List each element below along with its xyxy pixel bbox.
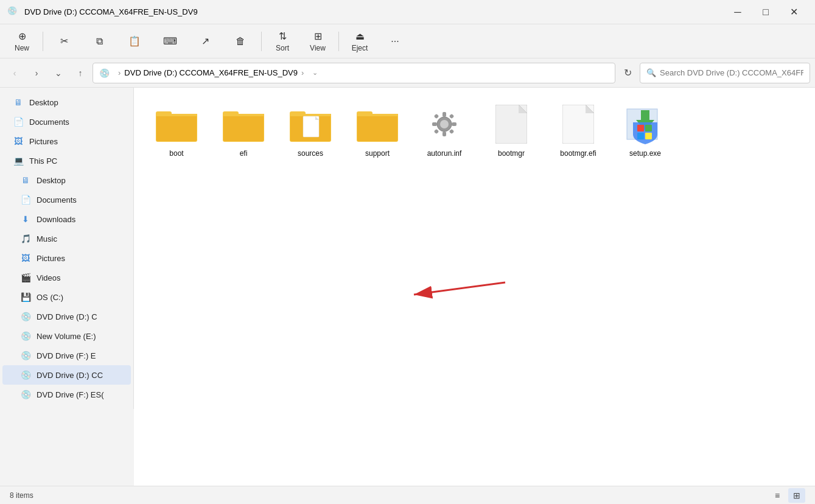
- eject-button[interactable]: ⏏ Eject: [343, 27, 377, 56]
- view-toggles: ≡ ⊞: [769, 488, 805, 503]
- sidebar-item-label: This PC: [29, 156, 57, 166]
- search-input[interactable]: [660, 68, 803, 77]
- sidebar-item-label: DVD Drive (D:) CC: [37, 371, 103, 380]
- copy-button[interactable]: ⧉: [82, 27, 116, 56]
- sidebar-item-os-c[interactable]: 💾 OS (C:): [2, 287, 131, 307]
- breadcrumb-drive-icon: 💿: [99, 68, 110, 78]
- file-item-boot[interactable]: boot: [146, 97, 207, 163]
- toolbar-separator-3: [338, 32, 339, 51]
- breadcrumb-path: DVD Drive (D:) CCCOMA_X64FRE_EN-US_DV9: [124, 68, 298, 77]
- efi-folder-icon: [222, 103, 265, 145]
- setup-label: setup.exe: [629, 149, 661, 158]
- svg-rect-22: [432, 122, 437, 126]
- desktop-icon: 🖥: [19, 174, 32, 186]
- up-button[interactable]: ↑: [71, 63, 90, 83]
- titlebar-controls: ─ □ ✕: [724, 0, 808, 24]
- sort-button[interactable]: ⇅ Sort: [265, 27, 299, 56]
- maximize-button[interactable]: □: [752, 0, 780, 24]
- svg-point-19: [440, 120, 449, 128]
- efi-label: efi: [240, 149, 248, 158]
- dvd-d-active-icon: 💿: [19, 369, 32, 381]
- setup-icon: [624, 103, 666, 145]
- dvd-f2-icon: 💿: [19, 388, 32, 401]
- list-view-button[interactable]: ≡: [769, 488, 786, 503]
- sidebar-item-dvd-d-active[interactable]: 💿 DVD Drive (D:) CC: [2, 365, 131, 385]
- svg-rect-20: [442, 112, 446, 117]
- svg-rect-38: [637, 133, 644, 139]
- documents-icon: 📄: [19, 194, 32, 206]
- file-item-bootmgr[interactable]: bootmgr: [481, 97, 542, 163]
- file-item-bootmgr-efi[interactable]: bootmgr.efi: [548, 97, 609, 163]
- search-bar[interactable]: 🔍: [640, 63, 810, 83]
- back-button[interactable]: ‹: [5, 63, 24, 83]
- more-button[interactable]: ···: [378, 27, 412, 56]
- cut-button[interactable]: ✂: [47, 27, 81, 56]
- svg-rect-24: [434, 114, 439, 119]
- sidebar-item-pictures[interactable]: 🖼 Pictures: [2, 248, 131, 268]
- boot-label: boot: [169, 149, 183, 158]
- sidebar-item-music[interactable]: 🎵 Music: [2, 229, 131, 248]
- view-label: View: [310, 44, 326, 52]
- svg-rect-21: [442, 131, 446, 136]
- sidebar-item-dvd-f[interactable]: 💿 DVD Drive (F:) E: [2, 346, 131, 365]
- svg-rect-26: [449, 114, 454, 119]
- forward-button[interactable]: ›: [27, 63, 46, 83]
- sidebar-item-new-volume[interactable]: 💿 New Volume (E:): [2, 326, 131, 346]
- support-label: support: [365, 149, 390, 158]
- sidebar-item-pictures-top[interactable]: 🖼 Pictures: [2, 131, 131, 151]
- sidebar-item-desktop[interactable]: 🖥 Desktop: [2, 170, 131, 190]
- rename-button[interactable]: ⌨: [153, 27, 187, 56]
- sidebar-item-downloads[interactable]: ⬇ Downloads: [2, 209, 131, 229]
- svg-rect-17: [357, 114, 398, 116]
- grid-view-button[interactable]: ⊞: [788, 488, 805, 503]
- file-item-setup[interactable]: setup.exe: [615, 97, 676, 163]
- sidebar-item-desktop-top[interactable]: 🖥 Desktop: [2, 93, 131, 112]
- paste-button[interactable]: 📋: [117, 27, 152, 56]
- search-icon: 🔍: [646, 68, 656, 77]
- items-count: 8 items: [10, 491, 33, 500]
- sidebar-item-documents[interactable]: 📄 Documents: [2, 190, 131, 209]
- music-icon: 🎵: [19, 233, 32, 245]
- breadcrumb-bar[interactable]: 💿 › DVD Drive (D:) CCCOMA_X64FRE_EN-US_D…: [93, 63, 615, 83]
- sidebar-item-videos[interactable]: 🎬 Videos: [2, 268, 131, 287]
- autorun-label: autorun.inf: [427, 149, 462, 158]
- annotation-arrow: [377, 264, 511, 313]
- dvd-d-icon: 💿: [19, 310, 32, 323]
- sources-folder-icon: [289, 103, 332, 145]
- sidebar-item-label: Music: [37, 234, 57, 243]
- svg-rect-3: [156, 114, 197, 116]
- minimize-button[interactable]: ─: [724, 0, 752, 24]
- boot-folder-icon: [155, 103, 198, 145]
- rename-icon: ⌨: [163, 35, 177, 47]
- delete-button[interactable]: 🗑: [223, 27, 257, 56]
- content-wrapper: boot efi: [134, 88, 815, 486]
- sidebar-item-label: OS (C:): [37, 293, 63, 302]
- svg-rect-7: [223, 114, 264, 116]
- file-item-efi[interactable]: efi: [213, 97, 274, 163]
- view-icon: ⊞: [314, 30, 322, 42]
- sidebar-item-dvd-f2[interactable]: 💿 DVD Drive (F:) ES(: [2, 385, 131, 404]
- sidebar-item-label: DVD Drive (D:) C: [37, 312, 97, 321]
- file-item-support[interactable]: support: [347, 97, 408, 163]
- sidebar-item-label: Documents: [37, 195, 77, 205]
- refresh-button[interactable]: ↻: [618, 63, 637, 83]
- new-button[interactable]: ⊕ New: [5, 27, 39, 56]
- dvd-f-icon: 💿: [19, 349, 32, 362]
- sidebar-item-this-pc[interactable]: 💻 This PC: [2, 151, 131, 170]
- addressbar: ‹ › ⌄ ↑ 💿 › DVD Drive (D:) CCCOMA_X64FRE…: [0, 58, 815, 88]
- downloads-icon: ⬇: [19, 213, 32, 225]
- sidebar-item-dvd-d[interactable]: 💿 DVD Drive (D:) C: [2, 307, 131, 326]
- breadcrumb-chevron: ⌄: [312, 69, 318, 77]
- file-item-sources[interactable]: sources: [280, 97, 341, 163]
- bootmgr-icon: [490, 103, 533, 145]
- support-folder-icon: [356, 103, 399, 145]
- share-button[interactable]: ↗: [188, 27, 222, 56]
- new-label: New: [15, 44, 29, 52]
- close-button[interactable]: ✕: [780, 0, 808, 24]
- view-button[interactable]: ⊞ View: [301, 27, 335, 56]
- file-item-autorun[interactable]: autorun.inf: [414, 97, 475, 163]
- sidebar-item-documents-top[interactable]: 📄 Documents: [2, 112, 131, 131]
- more-icon: ···: [391, 36, 399, 47]
- svg-line-41: [414, 282, 505, 295]
- dropdown-button[interactable]: ⌄: [49, 63, 68, 83]
